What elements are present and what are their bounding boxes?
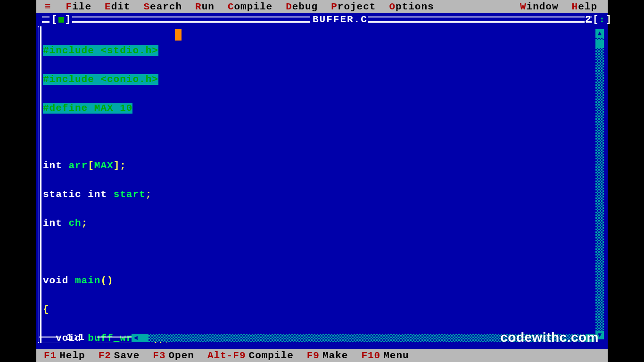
shortcut-help[interactable]: F1Help: [39, 350, 90, 361]
system-menu-icon[interactable]: ≡: [40, 1, 59, 12]
code-area[interactable]: #include <stdio.h> #include <conio.h> #d…: [43, 29, 594, 362]
menu-run[interactable]: Run: [189, 1, 221, 12]
menu-project[interactable]: Project: [324, 1, 382, 12]
scroll-thumb[interactable]: [595, 40, 604, 48]
scroll-up-icon[interactable]: ▲: [595, 29, 604, 38]
watermark: codewithc.com: [500, 330, 599, 345]
menu-compile[interactable]: Compile: [221, 1, 279, 12]
menu-debug[interactable]: Debug: [279, 1, 324, 12]
scroll-left-icon[interactable]: ◄: [132, 334, 140, 342]
menu-edit[interactable]: Edit: [98, 1, 137, 12]
menu-search[interactable]: Search: [137, 1, 189, 12]
menu-help[interactable]: Help: [565, 1, 604, 12]
vertical-scrollbar[interactable]: ▲ ▼: [595, 29, 604, 339]
zoom-button[interactable]: [↕]: [593, 14, 611, 25]
menu-file[interactable]: File: [59, 1, 98, 12]
shortcut-compile[interactable]: Alt-F9Compile: [203, 350, 298, 361]
cursor-position: 1:1: [66, 332, 84, 343]
ide-window: ≡ File Edit Search Run Compile Debug Pro…: [36, 0, 608, 362]
menu-bar: ≡ File Edit Search Run Compile Debug Pro…: [36, 0, 608, 13]
status-bar: F1Help F2Save F3Open Alt-F9Compile F9Mak…: [36, 349, 608, 362]
close-button[interactable]: []: [51, 14, 71, 25]
shortcut-save[interactable]: F2Save: [94, 350, 145, 361]
window-title: BUFFER.C: [313, 14, 368, 25]
shortcut-open[interactable]: F3Open: [148, 350, 199, 361]
menu-options[interactable]: Options: [382, 1, 440, 12]
shortcut-make[interactable]: F9Make: [302, 350, 353, 361]
shortcut-menu[interactable]: F10Menu: [356, 350, 413, 361]
hscroll-thumb[interactable]: [140, 334, 149, 342]
menu-window[interactable]: Window: [513, 1, 565, 12]
title-bar: [] BUFFER.C 2 [↕]: [39, 13, 605, 26]
scroll-track[interactable]: [595, 38, 604, 331]
editor-window: [] BUFFER.C 2 [↕] #include <stdio.h> #in…: [36, 13, 608, 349]
